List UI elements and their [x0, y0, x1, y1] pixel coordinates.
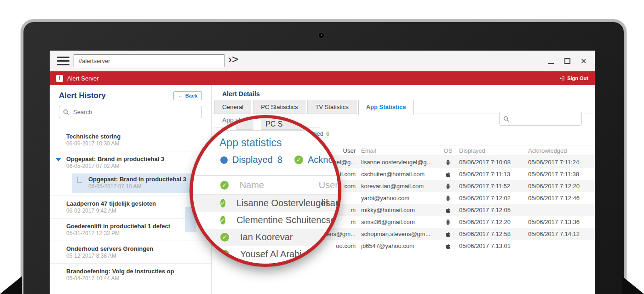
- go-arrow-icon[interactable]: ›︎>: [228, 53, 238, 66]
- android-icon: [445, 184, 451, 189]
- maximize-button[interactable]: [564, 58, 570, 64]
- magnified-section-heading: App statistics: [219, 137, 282, 149]
- status-check-icon: ✓: [220, 181, 229, 190]
- sign-out-button[interactable]: Sign Out: [559, 75, 588, 81]
- back-arrow-icon: ←: [178, 93, 183, 98]
- tab-app-statistics[interactable]: App Statistics: [358, 100, 414, 115]
- alert-list-item[interactable]: Onderhoud servers Groningen 05-12-2017 8…: [50, 241, 211, 264]
- apple-icon: [445, 243, 451, 249]
- tab-tv-statistics[interactable]: TV Statistics: [307, 100, 356, 114]
- acknowledged-check-icon: ✓: [220, 199, 225, 208]
- apple-icon: [445, 231, 451, 237]
- alert-server-logo-icon: !: [56, 75, 63, 82]
- android-icon: [445, 160, 451, 165]
- close-button[interactable]: ×: [581, 58, 586, 64]
- magnified-row: ✓ Clementine Schuiten csch: [193, 212, 338, 229]
- magnified-row: ✓ Ian Koorevar kor: [193, 229, 338, 246]
- displayed-dot-icon: [220, 156, 228, 164]
- webcam-dot: [318, 32, 325, 39]
- back-button[interactable]: ← Back: [173, 91, 202, 100]
- alert-list-subitem-selected[interactable]: Opgepast: Brand in productiehal 3 06-05-…: [72, 173, 202, 193]
- acknowledged-check-icon: ✓: [220, 216, 225, 225]
- tab-general[interactable]: General: [214, 100, 251, 114]
- apple-icon: [445, 208, 451, 213]
- tree-connector-icon: [77, 177, 82, 183]
- sign-out-icon: [559, 75, 565, 81]
- magnified-row: ✓ Lisanne Oostervleugel lisann: [193, 195, 338, 212]
- menu-icon[interactable]: [57, 57, 69, 68]
- minimize-button[interactable]: [548, 63, 554, 64]
- app-header-bar: ! Alert Server Sign Out: [50, 71, 595, 85]
- url-input[interactable]: [74, 54, 224, 67]
- device-base-right: [622, 276, 644, 294]
- android-icon: [445, 219, 451, 225]
- magnifier-overlay: PC S App statistics Displayed 8 ✓ Acknow…: [190, 115, 341, 267]
- search-icon: [63, 109, 69, 115]
- collapse-triangle-icon[interactable]: [56, 158, 61, 161]
- page-title: Alert Details: [222, 90, 260, 98]
- android-icon: [445, 196, 451, 201]
- alert-list-item-expanded[interactable]: Opgepast: Brand in productiehal 3 06-05-…: [50, 151, 211, 196]
- alert-history-panel: Alert History ← Back Technische storing …: [50, 85, 212, 294]
- acknowledged-check-icon: ✓: [220, 233, 229, 242]
- magnified-header-row: ✓ Name User: [193, 175, 338, 195]
- table-search-input[interactable]: [499, 112, 582, 126]
- tab-pc-statistics[interactable]: PC Statisctics: [253, 100, 305, 114]
- device-base-left: [0, 276, 22, 294]
- alert-list-item[interactable]: Technische storing 06-06-2017 10:30 AM: [50, 129, 211, 151]
- alert-search-input[interactable]: [59, 106, 202, 118]
- browser-bar: ›︎> ×: [50, 51, 595, 71]
- sidebar-title: Alert History: [59, 91, 106, 100]
- magnified-stat-counters: Displayed 8 ✓ Acknowledged: [220, 155, 341, 165]
- search-icon: [503, 116, 509, 122]
- acknowledged-check-icon: ✓: [294, 156, 303, 164]
- apple-icon: [445, 172, 451, 178]
- app-window: ›︎> × ! Alert Server Sign Out Alert Hist…: [50, 51, 595, 294]
- alert-list-item[interactable]: Brandoefening: Volg de instructies op 05…: [50, 264, 211, 286]
- app-title: Alert Server: [67, 75, 99, 82]
